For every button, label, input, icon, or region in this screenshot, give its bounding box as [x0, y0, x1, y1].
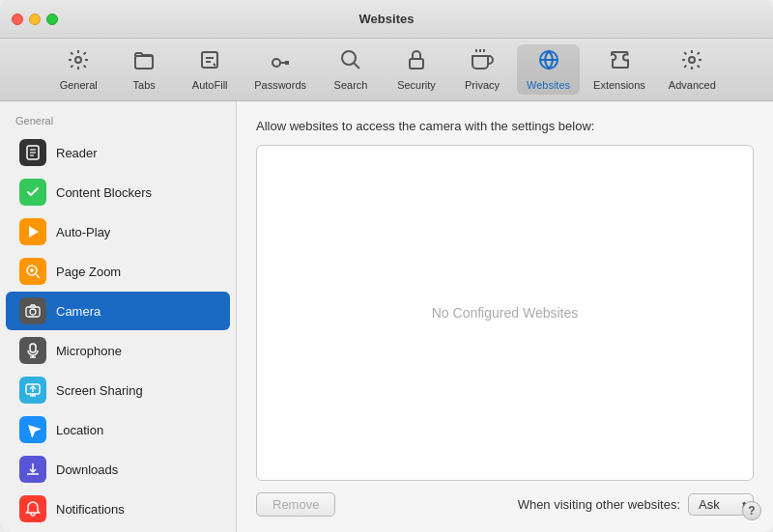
toolbar-item-tabs[interactable]: Tabs [113, 44, 175, 95]
sidebar-item-label-reader: Reader [56, 146, 98, 160]
sidebar-item-content-blockers[interactable]: Content Blockers [6, 173, 230, 211]
privacy-icon [471, 48, 494, 77]
sidebar-item-label-microphone: Microphone [56, 344, 122, 358]
sidebar-item-screen-sharing[interactable]: Screen Sharing [6, 371, 230, 409]
websites-list: No Configured Websites [256, 145, 754, 481]
main-content: General Reader [0, 101, 773, 532]
sidebar-item-label-screen-sharing: Screen Sharing [56, 383, 143, 398]
sidebar-item-reader[interactable]: Reader [6, 133, 230, 172]
downloads-icon [19, 456, 46, 483]
close-button[interactable] [12, 14, 23, 25]
toolbar-item-security[interactable]: Security [386, 44, 447, 95]
advanced-icon [680, 48, 703, 77]
titlebar: Websites [0, 0, 773, 39]
sidebar-item-downloads[interactable]: Downloads [6, 450, 230, 489]
main-window: Websites General Tabs [0, 0, 773, 532]
help-button[interactable]: ? [742, 501, 761, 520]
camera-icon [19, 297, 46, 324]
passwords-icon [269, 48, 292, 77]
reader-icon [19, 139, 46, 166]
no-websites-text: No Configured Websites [432, 305, 578, 321]
toolbar-label-security: Security [397, 79, 436, 91]
autofill-icon [198, 48, 221, 77]
toolbar-label-privacy: Privacy [465, 79, 500, 91]
screen-sharing-icon [19, 377, 46, 404]
sidebar-item-microphone[interactable]: Microphone [6, 331, 230, 370]
toolbar-label-advanced: Advanced [669, 79, 716, 91]
svg-rect-30 [30, 344, 36, 352]
auto-play-icon [19, 218, 46, 245]
microphone-icon [19, 337, 46, 364]
sidebar-item-label-notifications: Notifications [56, 502, 125, 517]
search-icon [339, 48, 362, 77]
toolbar-label-websites: Websites [527, 79, 570, 91]
panel-footer: Remove When visiting other websites: Ask… [256, 492, 754, 517]
toolbar: General Tabs AutoFill [0, 39, 773, 101]
toolbar-item-advanced[interactable]: Advanced [659, 44, 726, 95]
toolbar-item-privacy[interactable]: Privacy [451, 44, 513, 95]
toolbar-item-general[interactable]: General [47, 44, 109, 95]
security-icon [405, 48, 428, 77]
sidebar-section-label: General [0, 111, 236, 132]
toolbar-label-extensions: Extensions [593, 79, 645, 91]
sidebar-item-label-page-zoom: Page Zoom [56, 265, 121, 279]
page-zoom-icon [19, 258, 46, 285]
sidebar-item-label-content-blockers: Content Blockers [56, 185, 152, 200]
location-icon [19, 416, 46, 443]
toolbar-item-search[interactable]: Search [320, 44, 382, 95]
toolbar-item-extensions[interactable]: Extensions [584, 44, 655, 95]
minimize-button[interactable] [29, 14, 41, 25]
sidebar-item-label-auto-play: Auto-Play [56, 225, 110, 239]
toolbar-label-tabs: Tabs [133, 79, 156, 91]
toolbar-label-passwords: Passwords [254, 79, 306, 91]
extensions-icon [608, 48, 631, 77]
toolbar-label-general: General [60, 79, 98, 91]
sidebar-item-label-camera: Camera [56, 304, 100, 319]
svg-line-25 [36, 274, 40, 278]
sidebar-item-label-location: Location [56, 423, 103, 437]
footer-visiting-label: When visiting other websites: [518, 497, 680, 512]
websites-icon [537, 48, 560, 77]
svg-marker-37 [25, 422, 41, 437]
toolbar-label-search: Search [334, 79, 368, 91]
sidebar-item-camera[interactable]: Camera [6, 292, 230, 330]
footer-right: When visiting other websites: Ask Allow … [518, 493, 754, 516]
maximize-button[interactable] [46, 14, 58, 25]
general-icon [67, 48, 90, 77]
svg-line-11 [355, 64, 360, 70]
sidebar-item-page-zoom[interactable]: Page Zoom [6, 252, 230, 291]
toolbar-item-websites[interactable]: Websites [517, 44, 580, 95]
svg-rect-12 [410, 59, 423, 69]
sidebar-item-auto-play[interactable]: Auto-Play [6, 212, 230, 251]
notifications-icon [19, 495, 46, 522]
svg-line-5 [214, 64, 215, 66]
svg-point-6 [272, 59, 280, 67]
sidebar-item-label-downloads: Downloads [56, 462, 118, 477]
toolbar-item-passwords[interactable]: Passwords [244, 44, 316, 95]
sidebar-item-notifications[interactable]: Notifications [6, 490, 230, 528]
right-panel: Allow websites to access the camera with… [237, 101, 773, 532]
remove-button[interactable]: Remove [256, 492, 335, 517]
svg-point-10 [342, 51, 356, 65]
sidebar-item-location[interactable]: Location [6, 410, 230, 449]
tabs-icon [132, 48, 156, 77]
window-title: Websites [359, 12, 415, 26]
svg-point-0 [75, 57, 81, 63]
content-blockers-icon [19, 179, 46, 206]
panel-description: Allow websites to access the camera with… [256, 119, 754, 133]
svg-rect-1 [135, 56, 153, 69]
toolbar-label-autofill: AutoFill [192, 79, 228, 91]
toolbar-item-autofill[interactable]: AutoFill [179, 44, 241, 95]
sidebar: General Reader [0, 101, 237, 532]
svg-marker-23 [29, 226, 39, 238]
svg-point-18 [689, 57, 695, 63]
traffic-lights [12, 14, 58, 25]
